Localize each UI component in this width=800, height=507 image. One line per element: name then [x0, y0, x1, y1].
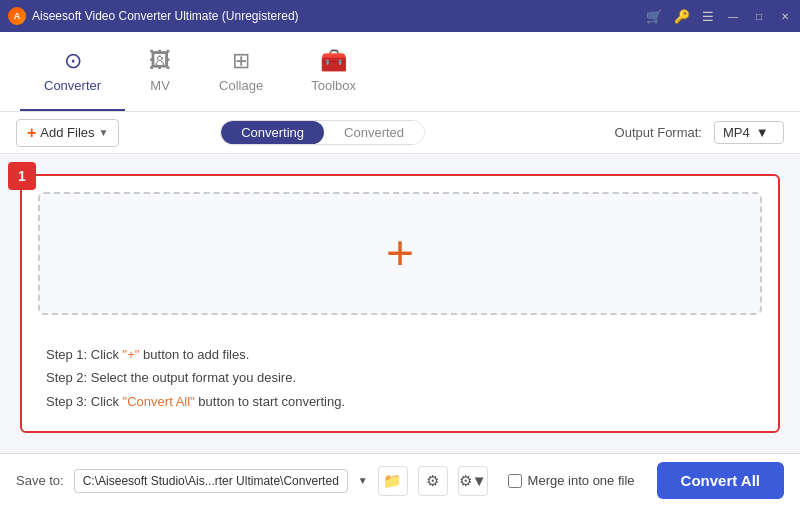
minimize-button[interactable]: —: [726, 9, 740, 23]
nav-tabs: ⊙ Converter 🖼 MV ⊞ Collage 🧰 Toolbox: [0, 32, 800, 112]
tab-toolbox[interactable]: 🧰 Toolbox: [287, 32, 380, 111]
step2-text: Step 2: Select the output format you des…: [46, 366, 754, 389]
drop-plus-icon: +: [386, 229, 414, 277]
folder-icon-btn[interactable]: 📁: [378, 466, 408, 496]
step1-text: Step 1: Click "+" button to add files.: [46, 343, 754, 366]
save-path-dropdown-arrow[interactable]: ▼: [358, 475, 368, 486]
tab-collage[interactable]: ⊞ Collage: [195, 32, 287, 111]
toolbox-icon: 🧰: [320, 48, 347, 74]
converting-tab[interactable]: Converting: [221, 121, 324, 144]
main-content: 1 + Step 1: Click "+" button to add file…: [0, 154, 800, 453]
collage-icon: ⊞: [232, 48, 250, 74]
output-format-value: MP4: [723, 125, 750, 140]
merge-into-one-file[interactable]: Merge into one file: [508, 473, 635, 488]
toolbar: + Add Files ▼ Converting Converted Outpu…: [0, 112, 800, 154]
add-icon: +: [27, 124, 36, 142]
view-tab-group: Converting Converted: [220, 120, 425, 145]
converted-tab[interactable]: Converted: [324, 121, 424, 144]
maximize-button[interactable]: □: [752, 9, 766, 23]
settings-icon-btn[interactable]: ⚙: [418, 466, 448, 496]
app-logo: A: [8, 7, 26, 25]
title-bar: A Aiseesoft Video Converter Ultimate (Un…: [0, 0, 800, 32]
convert-all-button[interactable]: Convert All: [657, 462, 784, 499]
mv-icon: 🖼: [149, 48, 171, 74]
merge-label: Merge into one file: [528, 473, 635, 488]
save-to-label: Save to:: [16, 473, 64, 488]
tab-converter-label: Converter: [44, 78, 101, 93]
tab-mv-label: MV: [150, 78, 170, 93]
add-files-dropdown-arrow[interactable]: ▼: [99, 127, 109, 138]
drop-zone-container: 1 + Step 1: Click "+" button to add file…: [20, 174, 780, 433]
tab-toolbox-label: Toolbox: [311, 78, 356, 93]
slot-badge: 1: [8, 162, 36, 190]
converter-icon: ⊙: [64, 48, 82, 74]
step3-click-text: "Convert All": [123, 394, 195, 409]
footer: Save to: C:\Aiseesoft Studio\Ais...rter …: [0, 453, 800, 507]
app-title: Aiseesoft Video Converter Ultimate (Unre…: [32, 9, 299, 23]
close-button[interactable]: ✕: [778, 9, 792, 23]
add-files-button[interactable]: + Add Files ▼: [16, 119, 119, 147]
instructions: Step 1: Click "+" button to add files. S…: [22, 331, 778, 431]
step3-text: Step 3: Click "Convert All" button to st…: [46, 390, 754, 413]
menu-icon[interactable]: ☰: [702, 9, 714, 24]
save-path: C:\Aiseesoft Studio\Ais...rter Ultimate\…: [74, 469, 348, 493]
drop-area[interactable]: +: [38, 192, 762, 315]
output-format-label: Output Format:: [615, 125, 702, 140]
tab-converter[interactable]: ⊙ Converter: [20, 32, 125, 111]
output-format-select[interactable]: MP4 ▼: [714, 121, 784, 144]
tab-collage-label: Collage: [219, 78, 263, 93]
add-files-label: Add Files: [40, 125, 94, 140]
more-settings-btn[interactable]: ⚙▼: [458, 466, 488, 496]
key-icon[interactable]: 🔑: [674, 9, 690, 24]
step1-click-text: "+": [123, 347, 140, 362]
merge-checkbox[interactable]: [508, 474, 522, 488]
cart-icon[interactable]: 🛒: [646, 9, 662, 24]
output-format-arrow: ▼: [756, 125, 769, 140]
title-bar-right: 🛒 🔑 ☰ — □ ✕: [646, 9, 792, 24]
title-bar-left: A Aiseesoft Video Converter Ultimate (Un…: [8, 7, 299, 25]
tab-mv[interactable]: 🖼 MV: [125, 32, 195, 111]
